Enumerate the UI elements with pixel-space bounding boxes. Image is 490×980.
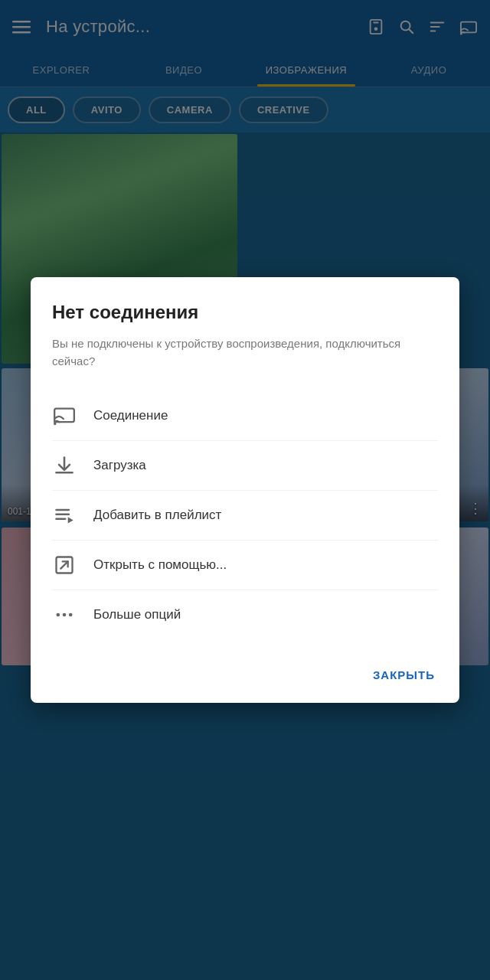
menu-item-download[interactable]: Загрузка xyxy=(52,441,438,490)
svg-line-20 xyxy=(60,561,67,568)
dialog-footer: ЗАКРЫТЬ xyxy=(52,655,438,688)
menu-item-playlist[interactable]: Добавить в плейлист xyxy=(52,491,438,540)
menu-item-open-with[interactable]: Открыть с помощью... xyxy=(52,541,438,590)
playlist-menu-icon xyxy=(52,503,77,528)
menu-item-connect[interactable]: Соединение xyxy=(52,391,438,440)
menu-label-download: Загрузка xyxy=(93,458,146,473)
svg-point-22 xyxy=(63,613,67,617)
svg-point-23 xyxy=(69,613,73,617)
menu-label-connect: Соединение xyxy=(93,408,168,423)
dialog-subtitle: Вы не подключены к устройству воспроизве… xyxy=(52,335,438,370)
svg-point-21 xyxy=(57,613,60,617)
svg-point-14 xyxy=(54,423,57,426)
no-connection-dialog: Нет соединения Вы не подключены к устрой… xyxy=(31,277,459,703)
svg-rect-13 xyxy=(54,409,74,423)
menu-item-more[interactable]: Больше опций xyxy=(52,590,438,639)
dialog-title: Нет соединения xyxy=(52,302,438,323)
open-with-menu-icon xyxy=(52,553,77,577)
close-button[interactable]: ЗАКРЫТЬ xyxy=(370,662,438,688)
svg-marker-18 xyxy=(68,517,74,523)
download-menu-icon xyxy=(52,453,77,478)
menu-label-open-with: Открыть с помощью... xyxy=(93,557,227,573)
menu-label-playlist: Добавить в плейлист xyxy=(93,508,221,523)
cast-menu-icon xyxy=(52,403,77,428)
more-menu-icon xyxy=(52,603,77,627)
menu-label-more: Больше опций xyxy=(93,607,181,622)
